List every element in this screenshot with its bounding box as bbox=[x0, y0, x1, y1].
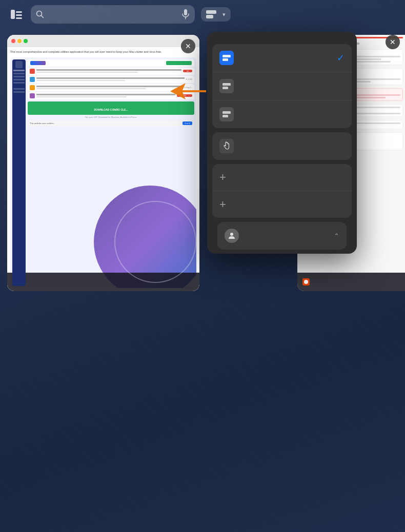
profile-section[interactable]: ⌃ bbox=[212, 222, 352, 250]
tab-card-1-browser-bar bbox=[7, 35, 199, 47]
svg-marker-17 bbox=[170, 83, 206, 99]
tab-group-selector-button[interactable]: ▾ bbox=[201, 7, 231, 22]
svg-rect-12 bbox=[222, 83, 231, 86]
svg-rect-11 bbox=[222, 58, 228, 61]
sidebar-toggle-button[interactable] bbox=[8, 6, 25, 23]
tab-2-favicon bbox=[302, 278, 310, 285]
top-bar: ▾ bbox=[0, 0, 405, 29]
tab-group-icon-rcs bbox=[219, 79, 234, 93]
private-item-container bbox=[212, 132, 352, 160]
svg-rect-0 bbox=[11, 10, 15, 19]
svg-rect-13 bbox=[222, 87, 228, 89]
checkmark-icon: ✓ bbox=[337, 52, 345, 64]
chevron-down-icon: ▾ bbox=[222, 11, 226, 18]
profile-row: ⌃ bbox=[217, 222, 347, 250]
profile-value: ⌃ bbox=[332, 232, 339, 240]
close-tab-1-button[interactable]: ✕ bbox=[181, 39, 195, 53]
new-tab-group-list: + + bbox=[212, 164, 352, 218]
profile-chevron-icon: ⌃ bbox=[334, 232, 339, 240]
tab-group-icon-pc-risk bbox=[219, 51, 234, 65]
tabs-icon bbox=[222, 55, 231, 61]
new-empty-tab-group-button[interactable]: + bbox=[212, 164, 352, 191]
svg-rect-1 bbox=[16, 11, 22, 13]
arrow-annotation bbox=[170, 81, 206, 104]
search-bar[interactable] bbox=[31, 5, 195, 24]
svg-rect-6 bbox=[184, 9, 187, 15]
tab-groups-list: ✓ bbox=[212, 44, 352, 128]
add-tab-button[interactable] bbox=[376, 12, 382, 16]
tab-group-item-pcrisk[interactable] bbox=[212, 100, 352, 128]
svg-point-16 bbox=[230, 233, 233, 236]
private-tab-group-item[interactable] bbox=[212, 132, 352, 160]
traffic-light-yellow bbox=[17, 39, 22, 43]
new-tab-group-section: + + bbox=[207, 164, 357, 218]
tab-card-1-content: The most comprehensive and complete util… bbox=[7, 35, 199, 291]
tabs-icon bbox=[222, 83, 231, 89]
cc-header-text: The most comprehensive and complete util… bbox=[10, 50, 196, 54]
microphone-icon[interactable] bbox=[181, 9, 190, 19]
top-bar-actions bbox=[376, 12, 397, 16]
dropdown-header bbox=[207, 32, 357, 44]
private-icon bbox=[219, 139, 234, 153]
private-section bbox=[207, 132, 357, 160]
tab-groups-section: ✓ bbox=[207, 44, 357, 128]
tabs-icon bbox=[222, 111, 231, 117]
sidebar-icon bbox=[11, 10, 22, 19]
tab-group-item-pc-risk[interactable]: ✓ bbox=[212, 44, 352, 72]
traffic-light-red bbox=[11, 39, 15, 43]
person-icon bbox=[228, 232, 236, 240]
tab-groups-dropdown: ✓ bbox=[207, 32, 357, 254]
svg-rect-8 bbox=[206, 10, 216, 14]
profile-icon bbox=[225, 229, 239, 243]
tab-card-1[interactable]: ✕ The most comprehensive and complete ut… bbox=[7, 35, 199, 291]
svg-rect-14 bbox=[222, 111, 231, 114]
plus-icon-empty: + bbox=[219, 171, 226, 184]
svg-rect-9 bbox=[206, 15, 213, 18]
svg-rect-15 bbox=[222, 115, 228, 117]
close-tab-2-button[interactable]: ✕ bbox=[386, 35, 400, 49]
tab-card-2-label bbox=[297, 273, 405, 291]
orange-arrow-icon bbox=[170, 81, 206, 101]
svg-rect-2 bbox=[16, 14, 22, 16]
svg-line-5 bbox=[42, 16, 44, 18]
done-button[interactable] bbox=[391, 12, 397, 16]
tab-group-item-rcs[interactable] bbox=[212, 72, 352, 100]
search-icon bbox=[36, 10, 44, 18]
traffic-light-green bbox=[24, 39, 28, 43]
tab-group-icon-pcrisk bbox=[219, 107, 234, 121]
hand-icon bbox=[222, 141, 231, 151]
svg-rect-3 bbox=[16, 17, 22, 19]
tab-group-icon bbox=[206, 10, 216, 18]
plus-icon-with-tabs: + bbox=[219, 198, 226, 211]
svg-rect-10 bbox=[222, 55, 231, 57]
new-tab-group-with-tabs-button[interactable]: + bbox=[212, 191, 352, 218]
